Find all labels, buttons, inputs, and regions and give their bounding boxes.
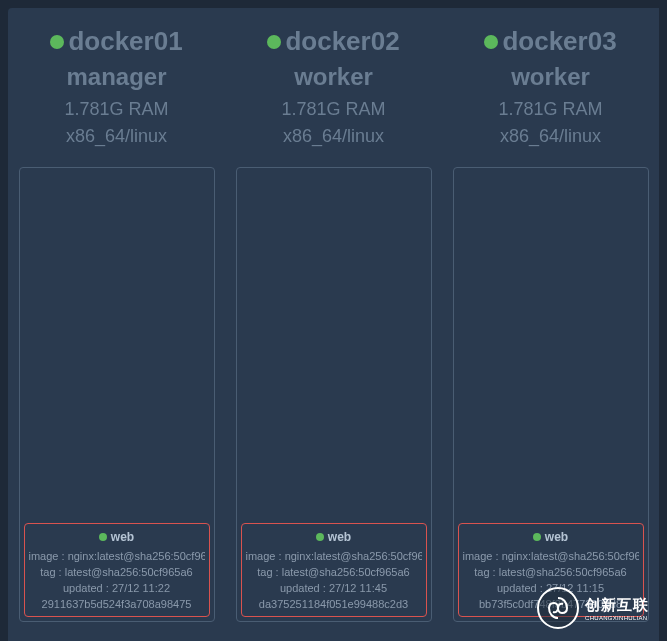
node-header: docker03 worker 1.781G RAM x86_64/linux bbox=[484, 26, 616, 147]
node-ram: 1.781G RAM bbox=[50, 99, 182, 120]
task-id: da375251184f051e99488c2d3 bbox=[246, 598, 422, 610]
task-updated: updated : 27/12 11:15 bbox=[463, 582, 639, 594]
status-dot-icon bbox=[50, 35, 64, 49]
task-tag: tag : latest@sha256:50cf965a6 bbox=[246, 566, 422, 578]
task-card[interactable]: web image : nginx:latest@sha256:50cf965a… bbox=[458, 523, 644, 617]
node-header: docker01 manager 1.781G RAM x86_64/linux bbox=[50, 26, 182, 147]
status-dot-icon bbox=[484, 35, 498, 49]
node-arch: x86_64/linux bbox=[484, 126, 616, 147]
task-container: web image : nginx:latest@sha256:50cf965a… bbox=[19, 167, 215, 622]
task-name: web bbox=[545, 530, 568, 544]
swarm-visualizer: docker01 manager 1.781G RAM x86_64/linux… bbox=[8, 8, 659, 641]
node-column-docker02: docker02 worker 1.781G RAM x86_64/linux … bbox=[225, 8, 442, 641]
task-image: image : nginx:latest@sha256:50cf965a6 bbox=[246, 550, 422, 562]
task-title-row: web bbox=[463, 530, 639, 544]
task-updated: updated : 27/12 11:22 bbox=[29, 582, 205, 594]
node-arch: x86_64/linux bbox=[50, 126, 182, 147]
task-id: 2911637b5d524f3a708a98475 bbox=[29, 598, 205, 610]
task-container: web image : nginx:latest@sha256:50cf965a… bbox=[453, 167, 649, 622]
task-tag: tag : latest@sha256:50cf965a6 bbox=[463, 566, 639, 578]
task-container: web image : nginx:latest@sha256:50cf965a… bbox=[236, 167, 432, 622]
node-column-docker03: docker03 worker 1.781G RAM x86_64/linux … bbox=[442, 8, 659, 641]
node-column-docker01: docker01 manager 1.781G RAM x86_64/linux… bbox=[8, 8, 225, 641]
node-role: worker bbox=[267, 63, 399, 91]
node-header: docker02 worker 1.781G RAM x86_64/linux bbox=[267, 26, 399, 147]
node-ram: 1.781G RAM bbox=[484, 99, 616, 120]
status-dot-icon bbox=[267, 35, 281, 49]
node-title-row: docker02 bbox=[267, 26, 399, 57]
node-ram: 1.781G RAM bbox=[267, 99, 399, 120]
task-updated: updated : 27/12 11:45 bbox=[246, 582, 422, 594]
node-name: docker03 bbox=[502, 26, 616, 57]
node-name: docker02 bbox=[285, 26, 399, 57]
node-arch: x86_64/linux bbox=[267, 126, 399, 147]
task-tag: tag : latest@sha256:50cf965a6 bbox=[29, 566, 205, 578]
task-image: image : nginx:latest@sha256:50cf965a6 bbox=[463, 550, 639, 562]
task-status-dot-icon bbox=[533, 533, 541, 541]
task-status-dot-icon bbox=[99, 533, 107, 541]
node-title-row: docker03 bbox=[484, 26, 616, 57]
task-status-dot-icon bbox=[316, 533, 324, 541]
task-card[interactable]: web image : nginx:latest@sha256:50cf965a… bbox=[24, 523, 210, 617]
node-role: manager bbox=[50, 63, 182, 91]
task-card[interactable]: web image : nginx:latest@sha256:50cf965a… bbox=[241, 523, 427, 617]
node-name: docker01 bbox=[68, 26, 182, 57]
node-title-row: docker01 bbox=[50, 26, 182, 57]
task-name: web bbox=[111, 530, 134, 544]
node-role: worker bbox=[484, 63, 616, 91]
task-title-row: web bbox=[29, 530, 205, 544]
task-id: bb73f5c0df748f3b4773909d8 bbox=[463, 598, 639, 610]
task-title-row: web bbox=[246, 530, 422, 544]
task-name: web bbox=[328, 530, 351, 544]
task-image: image : nginx:latest@sha256:50cf965a6 bbox=[29, 550, 205, 562]
